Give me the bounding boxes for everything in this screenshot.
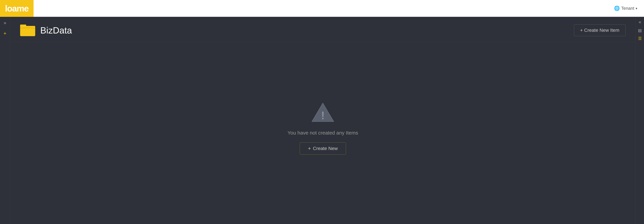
page-title-area: BizData — [20, 24, 72, 37]
add-item-icon[interactable]: + — [4, 31, 6, 36]
tenant-button[interactable]: 🌐 Tenant ▾ — [614, 6, 637, 11]
right-sidebar: « ▤ ☰ — [636, 17, 644, 224]
collapse-right-sidebar-icon[interactable]: « — [639, 19, 641, 25]
header: loame 🌐 Tenant ▾ — [0, 0, 644, 17]
page-header: BizData + Create New Item — [10, 17, 636, 42]
page-title: BizData — [40, 25, 72, 36]
create-new-button[interactable]: + Create New — [300, 142, 346, 155]
svg-text:!: ! — [321, 109, 325, 122]
chevron-down-icon: ▾ — [636, 7, 637, 11]
logo-container: loame — [0, 0, 34, 17]
main-layout: » + BizData + Create New — [0, 17, 644, 224]
tenant-label: Tenant — [621, 6, 634, 11]
create-new-item-label: + Create New Item — [580, 28, 619, 33]
empty-state-message: You have not created any Items — [288, 130, 358, 136]
folder-icon — [20, 24, 35, 37]
list-view-icon[interactable]: ☰ — [638, 36, 642, 41]
create-new-label: Create New — [313, 146, 338, 151]
logo-text: loame — [5, 3, 28, 14]
content-area: BizData + Create New Item ! You have not… — [10, 17, 636, 224]
header-right: 🌐 Tenant ▾ — [614, 6, 637, 11]
create-new-plus-icon: + — [308, 146, 311, 151]
svg-rect-2 — [20, 26, 35, 36]
globe-icon: 🌐 — [614, 6, 620, 11]
collapse-sidebar-icon[interactable]: » — [4, 20, 6, 26]
warning-triangle-icon: ! — [310, 101, 336, 123]
left-sidebar: » + — [0, 17, 10, 224]
create-new-item-button[interactable]: + Create New Item — [574, 24, 626, 36]
empty-state: ! You have not created any Items + Creat… — [10, 42, 636, 224]
card-view-icon[interactable]: ▤ — [638, 28, 642, 33]
